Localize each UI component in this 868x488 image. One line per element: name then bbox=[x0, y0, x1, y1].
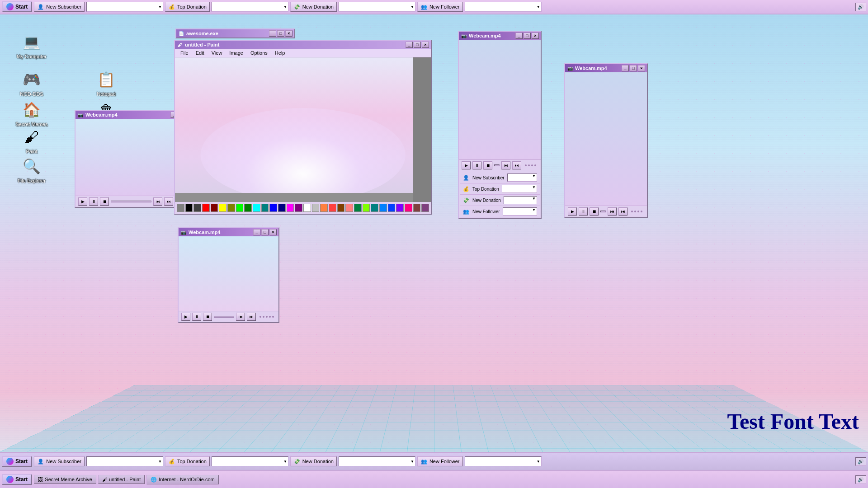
top-donation-btn-top[interactable]: 💰 Top Donation bbox=[165, 2, 210, 12]
webcam4-play[interactable]: ▶ bbox=[568, 207, 577, 216]
taskbar-item-secret-meme[interactable]: 🖼 Secret Meme Archive bbox=[34, 475, 96, 484]
color-swatch-lblue[interactable] bbox=[379, 204, 387, 212]
webcam3-min[interactable]: _ bbox=[515, 33, 523, 39]
color-swatch-white[interactable] bbox=[303, 204, 311, 212]
minimize-btn[interactable]: _ bbox=[269, 30, 276, 37]
color-swatch-yellow[interactable] bbox=[219, 204, 226, 212]
color-swatch-brown[interactable] bbox=[337, 204, 345, 212]
webcam3-pause[interactable]: ⏸ bbox=[472, 161, 481, 169]
webcam3-close[interactable]: × bbox=[532, 33, 539, 39]
new-donation-dropdown-top[interactable]: ▼ bbox=[339, 2, 415, 12]
webcam3-titlebar[interactable]: 📷 Webcam.mp4 _ □ × bbox=[459, 32, 541, 40]
color-swatch-red[interactable] bbox=[202, 204, 210, 212]
color-swatch-dgreen[interactable] bbox=[244, 204, 252, 212]
paint-minimize[interactable]: _ bbox=[406, 42, 413, 48]
webcam1-stop[interactable]: ⏹ bbox=[100, 197, 109, 206]
top-donation-dropdown-top[interactable]: ▼ bbox=[212, 2, 288, 12]
webcam4-close[interactable]: × bbox=[638, 65, 645, 71]
color-swatch-gray[interactable] bbox=[177, 204, 184, 212]
paint-titlebar[interactable]: 🖌 untitled - Paint _ □ × bbox=[175, 41, 431, 49]
top-donation-dropdown-mid[interactable]: ▼ bbox=[212, 456, 288, 466]
color-swatch-violet[interactable] bbox=[396, 204, 404, 212]
desktop-icon-nod-dds[interactable]: 🎮 NOD-DDS bbox=[14, 67, 50, 99]
color-swatch-teal2[interactable] bbox=[371, 204, 378, 212]
color-swatch-lime[interactable] bbox=[363, 204, 370, 212]
close-btn[interactable]: × bbox=[285, 30, 292, 37]
alert-subscriber-dropdown[interactable]: ▼ bbox=[507, 174, 537, 182]
new-follower-btn-mid[interactable]: 👥 New Follower bbox=[417, 456, 463, 466]
new-follower-dropdown-top[interactable]: ▼ bbox=[465, 2, 542, 12]
color-swatch-dblue[interactable] bbox=[278, 204, 286, 212]
webcam3-max[interactable]: □ bbox=[524, 33, 531, 39]
webcam4-prev[interactable]: ⏮ bbox=[608, 207, 617, 216]
webcam2-min[interactable]: _ bbox=[253, 229, 260, 235]
webcam2-play[interactable]: ▶ bbox=[181, 313, 190, 321]
paint-close[interactable]: × bbox=[422, 42, 429, 48]
webcam2-prev[interactable]: ⏮ bbox=[236, 313, 245, 321]
color-swatch-pink[interactable] bbox=[405, 204, 412, 212]
webcam4-max[interactable]: □ bbox=[630, 65, 637, 71]
webcam2-titlebar[interactable]: 📷 Webcam.mp4 _ □ × bbox=[179, 228, 278, 236]
color-swatch-lorange[interactable] bbox=[329, 204, 336, 212]
webcam1-play[interactable]: ▶ bbox=[78, 197, 87, 206]
webcam3-prev[interactable]: ⏮ bbox=[501, 161, 510, 169]
alert-new-follower-dropdown[interactable]: ▼ bbox=[503, 207, 537, 216]
desktop-icon-notepad[interactable]: 📋 Notepad bbox=[88, 67, 124, 99]
color-swatch-dmagenta[interactable] bbox=[295, 204, 302, 212]
new-donation-btn-mid[interactable]: 💸 New Donation bbox=[290, 456, 337, 466]
start-button-mid[interactable]: Start bbox=[2, 456, 32, 467]
webcam4-pause[interactable]: ⏸ bbox=[579, 207, 588, 216]
paint-menu-options[interactable]: Options bbox=[247, 50, 271, 56]
desktop-icon-my-computer[interactable]: 💻 My Computer bbox=[14, 29, 50, 61]
new-subscriber-btn-mid[interactable]: 👤 New Subscriber bbox=[34, 456, 85, 466]
color-swatch-teal[interactable] bbox=[354, 204, 362, 212]
color-swatch-mauve[interactable] bbox=[413, 204, 421, 212]
awesome-exe-titlebar[interactable]: 📄 awesome.exe _ □ × bbox=[176, 29, 294, 38]
webcam3-play[interactable]: ▶ bbox=[462, 161, 471, 169]
color-swatch-purple[interactable] bbox=[421, 204, 429, 212]
color-swatch-indigo[interactable] bbox=[388, 204, 396, 212]
webcam4-stop[interactable]: ⏹ bbox=[590, 207, 599, 216]
webcam3-stop[interactable]: ⏹ bbox=[483, 161, 492, 169]
color-swatch-magenta[interactable] bbox=[287, 204, 294, 212]
new-subscriber-dropdown-top[interactable]: ▼ bbox=[86, 2, 163, 12]
taskbar-item-paint[interactable]: 🖌 untitled - Paint bbox=[98, 475, 145, 484]
new-subscriber-dropdown-mid[interactable]: ▼ bbox=[86, 456, 163, 466]
webcam2-next[interactable]: ⏭ bbox=[247, 313, 256, 321]
new-follower-btn-top[interactable]: 👥 New Follower bbox=[417, 2, 463, 12]
color-swatch-dred[interactable] bbox=[211, 204, 218, 212]
paint-menu-edit[interactable]: Edit bbox=[192, 50, 208, 56]
paint-menu-view[interactable]: View bbox=[208, 50, 226, 56]
color-swatch-lgray[interactable] bbox=[312, 204, 320, 212]
webcam1-prev[interactable]: ⏮ bbox=[153, 197, 162, 206]
paint-menu-image[interactable]: Image bbox=[226, 50, 247, 56]
webcam4-min[interactable]: _ bbox=[622, 65, 629, 71]
new-follower-dropdown-mid[interactable]: ▼ bbox=[465, 456, 542, 466]
desktop-icon-paint[interactable]: 🖌 Paint bbox=[14, 124, 50, 156]
new-donation-btn-top[interactable]: 💸 New Donation bbox=[290, 2, 337, 12]
start-button-bottom[interactable]: Start bbox=[2, 474, 32, 485]
webcam3-next[interactable]: ⏭ bbox=[512, 161, 521, 169]
paint-menu-help[interactable]: Help bbox=[271, 50, 289, 56]
desktop-icon-file-explorer[interactable]: 🔍 File Explorer bbox=[14, 154, 50, 185]
color-swatch-lpink[interactable] bbox=[345, 204, 353, 212]
color-swatch-black[interactable] bbox=[185, 204, 193, 212]
paint-canvas[interactable] bbox=[175, 57, 431, 202]
webcam2-stop[interactable]: ⏹ bbox=[203, 313, 212, 321]
top-donation-btn-mid[interactable]: 💰 Top Donation bbox=[165, 456, 210, 466]
maximize-btn[interactable]: □ bbox=[277, 30, 284, 37]
paint-menu-file[interactable]: File bbox=[177, 50, 192, 56]
color-swatch-dcyan[interactable] bbox=[261, 204, 269, 212]
webcam2-max[interactable]: □ bbox=[261, 229, 269, 235]
webcam2-close[interactable]: × bbox=[269, 229, 277, 235]
color-swatch-cyan[interactable] bbox=[253, 204, 260, 212]
webcam4-next[interactable]: ⏭ bbox=[618, 207, 627, 216]
alert-new-donation-dropdown[interactable]: ▼ bbox=[504, 196, 537, 204]
webcam1-next[interactable]: ⏭ bbox=[164, 197, 173, 206]
new-subscriber-btn-top[interactable]: 👤 New Subscriber bbox=[34, 2, 85, 12]
taskbar-item-internet[interactable]: 🌐 Internet - NerdOrDie.com bbox=[146, 475, 218, 484]
color-swatch-green[interactable] bbox=[236, 204, 244, 212]
webcam2-pause[interactable]: ⏸ bbox=[192, 313, 201, 321]
webcam4-titlebar[interactable]: 📷 Webcam.mp4 _ □ × bbox=[565, 64, 647, 72]
paint-canvas-area[interactable] bbox=[175, 57, 431, 202]
